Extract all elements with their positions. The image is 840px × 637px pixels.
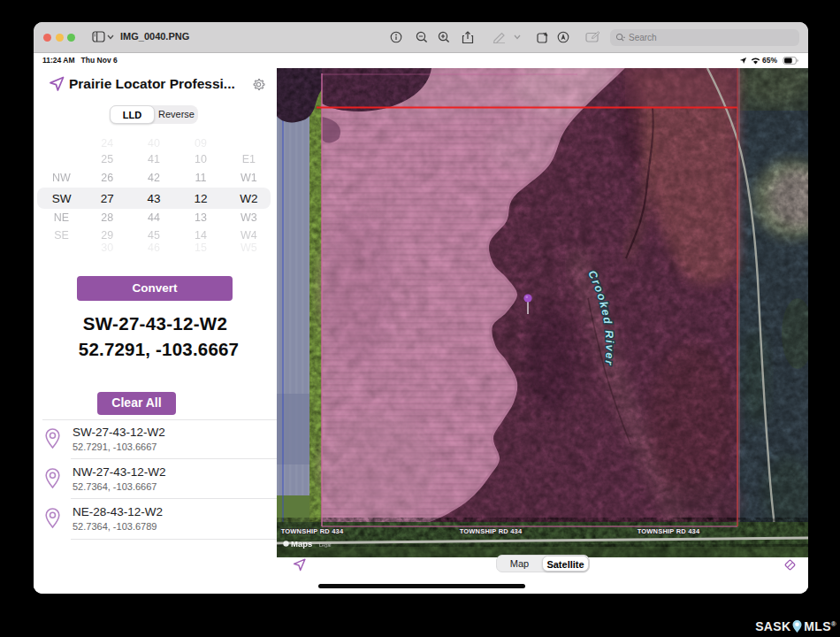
svg-text:Legal: Legal — [319, 542, 331, 548]
svg-text:Maps: Maps — [291, 539, 312, 549]
svg-text:TOWNSHIP RD 434: TOWNSHIP RD 434 — [638, 527, 700, 535]
svg-text:TOWNSHIP RD 434: TOWNSHIP RD 434 — [460, 527, 523, 535]
svg-text:TOWNSHIP RD 434: TOWNSHIP RD 434 — [281, 527, 344, 535]
